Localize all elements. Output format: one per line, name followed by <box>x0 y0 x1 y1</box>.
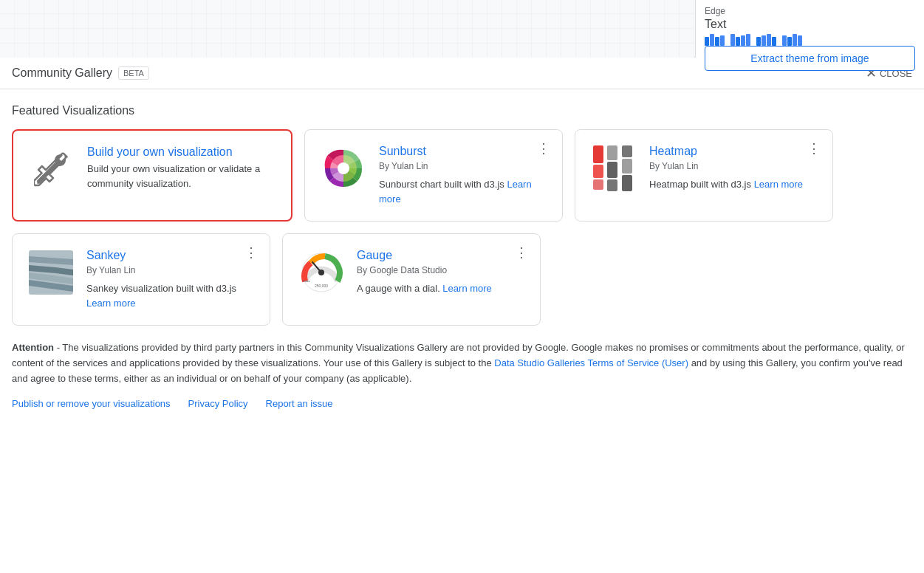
gauge-learn-more[interactable]: Learn more <box>442 283 491 294</box>
bar-group-4 <box>782 34 802 46</box>
wrench-icon <box>34 151 69 187</box>
card-heatmap-info: Heatmap By Yulan Lin Heatmap built with … <box>649 145 818 192</box>
bar-1 <box>705 37 709 46</box>
card-sunburst-info: Sunburst By Yulan Lin Sunburst chart bui… <box>379 145 547 206</box>
bar-5 <box>730 34 735 46</box>
card-build-own[interactable]: Build your own visualization Build your … <box>12 129 292 222</box>
card-sunburst-icon <box>320 145 367 192</box>
text-label: Text <box>705 18 915 31</box>
bar-group-1 <box>705 34 725 46</box>
top-bar: Edge Text <box>0 0 924 58</box>
footer-links: Publish or remove your visualizations Pr… <box>12 398 912 409</box>
cards-row-2: ⋮ Sankey By Yulan Lin Sankey visuali <box>12 233 912 326</box>
gauge-chart-icon: 250,000 Sales <box>299 250 343 295</box>
gauge-menu-button[interactable]: ⋮ <box>512 243 531 262</box>
bar-chart-icons <box>705 34 915 46</box>
canvas-area <box>0 0 694 58</box>
section-title: Featured Visualizations <box>12 104 912 117</box>
sunburst-menu-button[interactable]: ⋮ <box>534 139 553 158</box>
card-sankey[interactable]: ⋮ Sankey By Yulan Lin Sankey visuali <box>12 233 270 326</box>
bar-8 <box>746 34 750 46</box>
card-heatmap-author: By Yulan Lin <box>649 161 818 171</box>
card-heatmap-icon <box>590 145 637 192</box>
bar-11 <box>767 34 771 46</box>
sankey-learn-more[interactable]: Learn more <box>86 298 135 309</box>
card-sunburst-desc: Sunburst chart built with d3.js Learn mo… <box>379 177 547 206</box>
bar-9 <box>756 37 761 46</box>
bar-6 <box>736 37 740 46</box>
beta-badge: BETA <box>118 66 149 80</box>
bar-16 <box>798 35 802 46</box>
svg-text:Sales: Sales <box>303 279 310 283</box>
bar-group-3 <box>756 34 776 46</box>
heatmap-learn-more[interactable]: Learn more <box>754 179 803 190</box>
card-gauge-info: Gauge By Google Data Studio A gauge with… <box>357 249 525 296</box>
sankey-menu-button[interactable]: ⋮ <box>242 243 261 262</box>
card-sunburst-name: Sunburst <box>379 145 547 158</box>
svg-point-4 <box>318 270 324 275</box>
bar-group-2 <box>730 34 750 46</box>
card-build-own-name: Build your own visualization <box>87 145 276 159</box>
sunburst-chart-icon <box>321 146 366 191</box>
terms-link[interactable]: Data Studio Galleries Terms of Service (… <box>494 357 688 368</box>
card-build-own-icon <box>28 145 75 193</box>
heatmap-chart-icon <box>593 145 634 191</box>
top-right-labels: Edge Text <box>705 6 915 46</box>
bar-12 <box>772 37 776 46</box>
svg-point-0 <box>338 162 349 174</box>
card-gauge-icon: 250,000 Sales <box>298 249 345 296</box>
svg-text:250,000: 250,000 <box>315 284 328 288</box>
card-gauge-name: Gauge <box>357 249 525 262</box>
bar-2 <box>710 34 714 46</box>
card-sankey-icon <box>27 249 75 296</box>
gallery-title-group: Community Gallery BETA <box>12 66 149 80</box>
report-link[interactable]: Report an issue <box>266 398 333 409</box>
card-heatmap-name: Heatmap <box>649 145 818 158</box>
card-build-own-info: Build your own visualization Build your … <box>87 145 276 191</box>
card-gauge-author: By Google Data Studio <box>357 265 525 275</box>
card-heatmap[interactable]: ⋮ <box>575 129 833 222</box>
extract-theme-button[interactable]: Extract theme from image <box>705 46 915 71</box>
card-sunburst-author: By Yulan Lin <box>379 161 547 171</box>
card-gauge-header: 250,000 Sales Gauge By Google Data Studi… <box>298 249 525 296</box>
card-heatmap-header: Heatmap By Yulan Lin Heatmap built with … <box>590 145 818 192</box>
card-sankey-header: Sankey By Yulan Lin Sankey visualization… <box>27 249 255 310</box>
card-sankey-author: By Yulan Lin <box>86 265 255 275</box>
card-heatmap-desc: Heatmap built with d3.js Learn more <box>649 177 818 192</box>
bar-3 <box>715 37 719 46</box>
card-gauge[interactable]: ⋮ 250,000 <box>282 233 541 326</box>
gallery-body: Featured Visualizations Build your own v… <box>0 89 924 424</box>
card-sankey-info: Sankey By Yulan Lin Sankey visualization… <box>86 249 255 310</box>
card-build-own-desc: Build your own visualization or validate… <box>87 162 276 191</box>
card-sankey-desc: Sankey visualization built with d3.js Le… <box>86 281 255 310</box>
sankey-chart-icon <box>29 250 73 295</box>
top-right-panel: Edge Text <box>695 0 924 58</box>
heatmap-menu-button[interactable]: ⋮ <box>804 139 824 158</box>
edge-label: Edge <box>705 6 915 16</box>
bar-4 <box>720 35 725 46</box>
privacy-link[interactable]: Privacy Policy <box>188 398 248 409</box>
bar-7 <box>741 35 745 46</box>
attention-text: Attention - The visualizations provided … <box>12 340 912 386</box>
card-gauge-desc: A gauge with a dial. Learn more <box>357 281 525 296</box>
attention-bold: Attention <box>12 342 54 353</box>
card-sankey-name: Sankey <box>86 249 255 262</box>
sunburst-learn-more[interactable]: Learn more <box>379 179 532 205</box>
publish-link[interactable]: Publish or remove your visualizations <box>12 398 171 409</box>
cards-row-1: Build your own visualization Build your … <box>12 129 912 222</box>
card-build-own-header: Build your own visualization Build your … <box>28 145 276 193</box>
card-sunburst-header: Sunburst By Yulan Lin Sunburst chart bui… <box>320 145 547 206</box>
bar-13 <box>782 35 787 46</box>
card-sunburst[interactable]: ⋮ <box>304 129 563 222</box>
bar-14 <box>787 37 792 46</box>
gallery-title: Community Gallery <box>12 66 112 80</box>
bar-10 <box>762 35 766 46</box>
empty-card-space <box>552 233 811 326</box>
bar-15 <box>793 34 797 46</box>
